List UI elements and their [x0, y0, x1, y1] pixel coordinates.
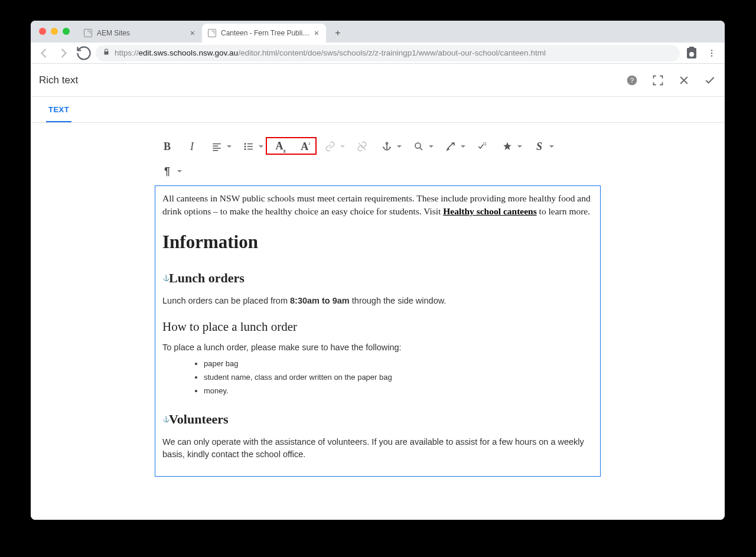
unlink-button[interactable] [350, 136, 374, 157]
rich-text-editor[interactable]: All canteens in NSW public schools must … [155, 185, 601, 477]
page-title: Rich text [39, 74, 78, 86]
link-button[interactable] [318, 136, 350, 157]
heading-information[interactable]: Information [162, 229, 593, 256]
lock-icon [103, 48, 110, 57]
anchor-icon: ⚓ [162, 415, 168, 424]
editor-area: B I A₂ A² [31, 123, 725, 520]
reload-button[interactable] [76, 45, 92, 61]
url-text: https://edit.sws.schools.nsw.gov.au/edit… [115, 48, 546, 57]
list-item[interactable]: paper bag [204, 359, 593, 370]
anchor-icon: ⚓ [162, 274, 168, 282]
app: Rich text ? TEXT [31, 64, 725, 520]
heading-how-to-order[interactable]: How to place a lunch order [162, 318, 593, 335]
paragraph[interactable]: We can only operate with the assistance … [162, 436, 593, 461]
misctools-button[interactable] [438, 136, 470, 157]
help-button[interactable]: ? [625, 74, 638, 87]
browser-tab-canteen[interactable]: Canteen - Fern Tree Public Sch × [202, 24, 326, 43]
browser-window: AEM Sites × Canteen - Fern Tree Public S… [31, 21, 725, 520]
browser-tabbar: AEM Sites × Canteen - Fern Tree Public S… [31, 21, 725, 43]
cancel-button[interactable] [677, 74, 690, 87]
anchor-button[interactable] [374, 136, 406, 157]
svg-point-7 [245, 149, 246, 150]
list-item[interactable]: student name, class and order written on… [204, 372, 593, 383]
paragraph[interactable]: All canteens in NSW public schools must … [162, 192, 593, 219]
find-replace-button[interactable] [406, 136, 438, 157]
back-button[interactable] [35, 45, 52, 61]
fullscreen-button[interactable] [651, 74, 664, 87]
browser-tab-aem-sites[interactable]: AEM Sites × [78, 24, 202, 43]
order-checklist[interactable]: paper bag student name, class and order … [204, 359, 593, 397]
svg-point-0 [711, 50, 712, 51]
svg-point-9 [415, 143, 421, 148]
address-bar[interactable]: https://edit.sws.schools.nsw.gov.au/edit… [96, 45, 680, 61]
tab-text[interactable]: TEXT [46, 98, 71, 122]
traffic-lights [39, 28, 70, 35]
browser-menu-button[interactable] [703, 45, 720, 61]
svg-point-1 [711, 52, 712, 53]
forward-button[interactable] [56, 45, 72, 61]
page-icon [84, 29, 92, 37]
paragraph[interactable]: Lunch orders can be placed from 8:30am t… [162, 295, 593, 307]
spellcheck-button[interactable] [470, 136, 495, 157]
svg-point-6 [245, 146, 246, 147]
styles-button[interactable] [495, 136, 527, 157]
page-icon [208, 29, 216, 37]
svg-text:?: ? [630, 76, 634, 84]
done-button[interactable] [703, 74, 716, 87]
close-window-icon[interactable] [39, 28, 46, 35]
paraformat-button[interactable]: ¶ [155, 161, 187, 182]
rte-toolbar: B I A₂ A² [155, 133, 601, 161]
svg-point-5 [245, 144, 246, 145]
heading-lunch-orders[interactable]: ⚓Lunch orders [162, 269, 593, 288]
maximize-window-icon[interactable] [63, 28, 70, 35]
browser-toolbar: https://edit.sws.schools.nsw.gov.au/edit… [31, 43, 725, 64]
bold-button[interactable]: B [155, 136, 180, 157]
subscript-button[interactable]: A₂ [268, 136, 293, 157]
new-tab-button[interactable]: + [330, 25, 346, 41]
svg-point-2 [711, 55, 712, 56]
tab-label: AEM Sites [97, 29, 189, 37]
app-header: Rich text ? [31, 64, 725, 97]
link-healthy-canteens[interactable]: Healthy school canteens [443, 206, 536, 216]
list-button[interactable] [236, 136, 268, 157]
heading-volunteers[interactable]: ⚓Volunteers [162, 410, 593, 429]
list-item[interactable]: money. [204, 386, 593, 397]
tab-label: Canteen - Fern Tree Public Sch [221, 29, 313, 37]
dialog-tabs: TEXT [31, 97, 725, 123]
close-tab-icon[interactable]: × [189, 28, 196, 38]
italic-button[interactable]: I [180, 136, 204, 157]
extension-icon[interactable] [683, 45, 700, 61]
source-edit-button[interactable]: S [527, 136, 559, 157]
minimize-window-icon[interactable] [51, 28, 58, 35]
superscript-button[interactable]: A² [293, 136, 318, 157]
svg-point-8 [386, 142, 388, 144]
paragraph[interactable]: To place a lunch order, please make sure… [162, 341, 593, 354]
justify-button[interactable] [204, 136, 236, 157]
close-tab-icon[interactable]: × [313, 28, 320, 38]
